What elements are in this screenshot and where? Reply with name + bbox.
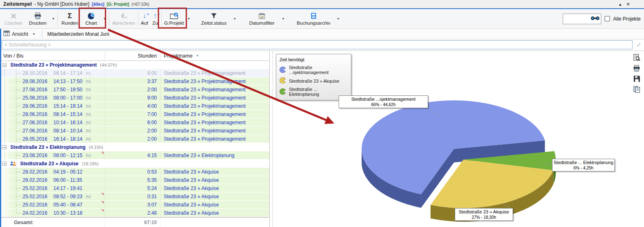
entry-time-range: 06:00 - 11:35: [53, 177, 82, 183]
timestamp-status-dropdown-arrow[interactable]: ▼: [231, 9, 238, 28]
time-entry-row[interactable]: 25.08.201608:00 - 17:00(N)9:00Stedtstraß…: [0, 94, 269, 102]
main-area: Von / Bis Stunden Projektname ▼ Stedtstr…: [0, 51, 644, 227]
pie-slice-icon: [280, 77, 286, 84]
entry-date: 28.02.2016: [23, 169, 53, 175]
clock-out-button[interactable]: ↑− Zu: [150, 9, 160, 28]
entry-date: 28.08.2016: [23, 79, 53, 84]
total-label: Gesamt:: [14, 220, 34, 225]
time-entry-row[interactable]: 26.05.201616:14 - 18:14(N)2:00Stedtstraß…: [0, 135, 269, 143]
time-entry-row[interactable]: 28.02.201604:19 - 05:120:53Stedtstraße 2…: [0, 168, 269, 176]
entry-period-cell: 25.08.201608:00 - 17:00(N): [0, 94, 105, 102]
legend-item: Stedtstraße ...ojektmanagement: [280, 65, 348, 75]
toolbar-separator: [109, 11, 109, 26]
entry-date: 28.10.2016: [23, 70, 53, 76]
column-header-projektname[interactable]: Projektname ▼: [160, 51, 269, 60]
printer-icon: [34, 12, 41, 20]
copy-chart-button[interactable]: [633, 86, 640, 93]
time-entry-row[interactable]: 26.02.201606:00 - 11:355:35Stedtstraße 2…: [0, 176, 269, 184]
confirm-check-icon[interactable]: ✓: [636, 41, 642, 49]
time-entry-row[interactable]: 24.02.201610:30 - 13:182:48Stedtstraße 2…: [0, 209, 269, 217]
entry-project: Stedtstraße 23 » Projektmanagement: [160, 102, 269, 110]
sigma-icon: Σ: [68, 12, 72, 20]
slice-label-akquise: Stedtstraße 23 » Akquise 27% - 18,30h: [455, 208, 513, 221]
entry-time-range: 08:52 - 09:23: [53, 194, 83, 199]
save-chart-button[interactable]: [633, 75, 640, 82]
booking-archive-button[interactable]: Buchungsarchiv: [292, 9, 335, 28]
pin-window-button[interactable]: ▴: [619, 2, 621, 7]
time-entry-row[interactable]: 25.02.201605:40 - 08:473:07Stedtstraße 2…: [0, 201, 269, 209]
entry-project: Stedtstraße 23 » Elektroplanung: [160, 151, 269, 159]
entry-hours: 4:15: [105, 151, 160, 159]
time-entry-row[interactable]: 27.06.201608:14 - 10:14(N)2:00Stedtstraß…: [0, 127, 269, 135]
billing-icon: [120, 12, 127, 20]
entry-date: 25.02.2016: [23, 194, 53, 199]
search-input[interactable]: [564, 16, 591, 22]
collapse-expander-icon[interactable]: [2, 162, 7, 166]
chart-dropdown-arrow[interactable]: ▼: [101, 9, 108, 28]
column-header-von-bis[interactable]: Von / Bis: [0, 51, 105, 60]
entry-hours: 4:00: [105, 102, 160, 110]
entry-hours: 0:31: [105, 192, 160, 200]
timestamp-status-button[interactable]: Zeitst.status: [196, 9, 231, 28]
print-preview-button[interactable]: [633, 54, 640, 61]
total-hours-tag: (=67:10h): [132, 2, 149, 7]
normal-time-flag: (N): [86, 88, 91, 92]
pie-chart-icon: [87, 12, 95, 20]
entry-hours: 2:48: [105, 209, 160, 217]
entry-date: 26.05.2016: [23, 136, 53, 142]
round-button[interactable]: Σ Runden: [59, 9, 81, 28]
entry-period-cell: 23.08.201608:00 - 12:15(N): [0, 151, 105, 159]
entry-period-cell: 28.10.201608:14 - 17:14(N): [0, 69, 105, 77]
all-projects-checkbox[interactable]: [605, 16, 610, 21]
entry-date: 25.02.2016: [23, 185, 53, 191]
entry-project: Stedtstraße 23 » Akquise: [160, 192, 269, 200]
archive-icon: [311, 12, 316, 20]
normal-time-flag: (N): [86, 195, 91, 199]
group-project-dropdown-arrow[interactable]: ▼: [186, 9, 192, 28]
panel-splitter[interactable]: [270, 51, 273, 227]
collapse-expander-icon[interactable]: [2, 63, 7, 67]
booking-archive-dropdown-arrow[interactable]: ▼: [335, 9, 341, 28]
time-entry-row[interactable]: 28.08.201614:13 - 17:50(N)3:37Stedtstraß…: [0, 77, 269, 86]
print-dropdown-arrow[interactable]: ▼: [50, 9, 57, 28]
view-button[interactable]: Ansicht: [3, 30, 28, 37]
date-filter-button[interactable]: 12 Datumsfilter: [244, 9, 280, 28]
sort-descending-icon[interactable]: ▼: [196, 54, 199, 58]
date-filter-dropdown-arrow[interactable]: ▼: [280, 9, 286, 28]
collapse-expander-icon[interactable]: [2, 145, 7, 149]
folder-check-icon: [170, 12, 178, 20]
time-entry-row[interactable]: 23.08.201608:00 - 12:15(N)4:15Stedtstraß…: [0, 151, 269, 160]
pie-slice-icon: [280, 67, 286, 74]
entry-project: Stedtstraße 23 » Projektmanagement: [160, 86, 269, 93]
time-entry-row[interactable]: 25.02.201614:17 - 19:415:24Stedtstraße 2…: [0, 184, 269, 192]
close-window-button[interactable]: ✕: [626, 2, 630, 7]
chart-button[interactable]: Chart: [81, 9, 101, 28]
time-entry-row[interactable]: 27.08.201617:50 - 19:50(N)2:00Stedtstraß…: [0, 86, 269, 94]
delete-button: Löschen: [2, 9, 25, 28]
time-entry-row[interactable]: 28.06.201615:14 - 19:14(N)4:00Stedtstraß…: [0, 102, 269, 110]
entry-date: 25.08.2016: [23, 95, 53, 101]
note-marker-icon: [101, 193, 104, 196]
print-button[interactable]: Drucken: [25, 9, 50, 28]
legend-label: Stedtstraße ...ojektmanagement: [289, 65, 348, 75]
group-project-button[interactable]: G:Projekt: [163, 9, 186, 28]
time-entry-row[interactable]: 27.06.201610:14 - 16:14(N)6:00Stedtstraß…: [0, 118, 269, 127]
entry-time-range: 08:14 - 10:14: [53, 128, 83, 134]
time-entry-row[interactable]: 28.06.201608:14 - 15:14(N)7:00Stedtstraß…: [0, 110, 269, 118]
entry-hours: 6:00: [105, 118, 160, 126]
print-chart-button[interactable]: [633, 65, 640, 72]
entry-project: Stedtstraße 23 » Projektmanagement: [160, 77, 269, 85]
view-dropdown-arrow[interactable]: ▼: [30, 32, 37, 35]
group-total-hours: (18:18h): [82, 161, 99, 166]
column-header-stunden[interactable]: Stunden: [105, 51, 160, 60]
group-row[interactable]: Stedtstraße 23 » Elektroplanung(4:15h): [0, 143, 269, 151]
entry-hours: 2:00: [105, 135, 160, 143]
entry-period-cell: 28.02.201604:19 - 05:12: [0, 168, 105, 176]
group-row[interactable]: Stedtstraße 23 » Projektmanagement(44:37…: [0, 61, 269, 69]
title-context: - Ny GmbH [Doris Huber]: [34, 1, 89, 7]
time-entry-row[interactable]: 25.02.201608:52 - 09:23(N)0:31Stedtstraß…: [0, 192, 269, 201]
group-row[interactable]: Stedtstraße 23 » Akquise(18:18h): [0, 160, 269, 168]
time-entry-row[interactable]: 28.10.201608:14 - 17:14(N)9:00Stedtstraß…: [0, 69, 269, 77]
clock-in-button[interactable]: ↓+ Auf: [139, 9, 150, 28]
quick-entry-input[interactable]: [2, 40, 633, 49]
